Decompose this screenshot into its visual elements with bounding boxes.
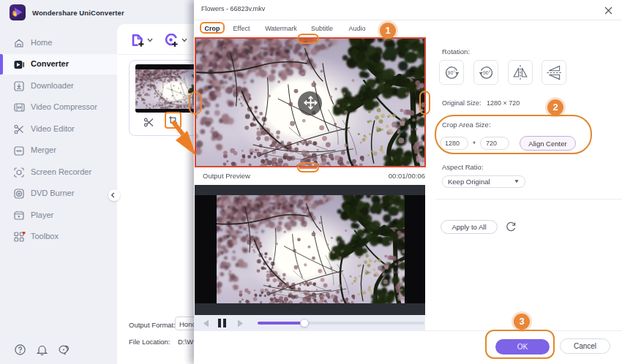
svg-text:90°: 90° xyxy=(483,70,491,75)
svg-text:90°: 90° xyxy=(448,70,456,75)
